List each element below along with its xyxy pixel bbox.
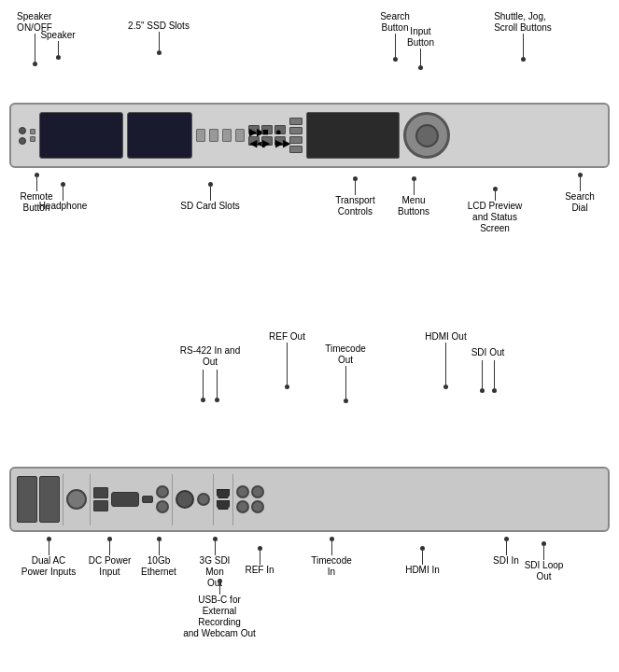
label-ref-out: REF Out <box>266 331 308 389</box>
sdi-loop-row <box>236 500 264 513</box>
label-10gb-ethernet: 10Gb Ethernet <box>135 537 182 578</box>
input-button-text: Input Button <box>407 26 434 49</box>
label-shuttle-jog: Shuttle, Jog, Scroll Buttons <box>485 11 560 62</box>
ref-out-text: REF Out <box>269 331 305 343</box>
label-timecode-in: Timecode In <box>308 537 355 578</box>
label-sdi-out: SDI Out <box>467 347 509 393</box>
transport-controls-panel: ▶▶ ■ ● ◀◀ ▶ ▶▶ <box>248 125 286 146</box>
speaker-text: Speaker <box>40 30 75 41</box>
hdmi-out-port[interactable] <box>217 500 230 510</box>
ethernet-port-2[interactable] <box>93 500 108 511</box>
front-btn-2[interactable] <box>30 136 35 142</box>
jog-wheel[interactable] <box>403 112 450 159</box>
label-ssd: 2.5" SSD Slots <box>121 21 196 55</box>
sdi-in-port-1[interactable] <box>236 485 249 498</box>
ethernet-section <box>93 487 108 511</box>
ethernet-port[interactable] <box>93 487 108 498</box>
speaker-knob <box>19 137 26 145</box>
menu-buttons-text: Menu Buttons <box>398 195 429 217</box>
sdi-mon-port[interactable] <box>156 485 169 498</box>
dc-power-connector[interactable] <box>66 489 87 510</box>
label-transport-controls: Transport Controls <box>330 176 381 217</box>
sdi-in-port-2[interactable] <box>251 485 264 498</box>
sdi-loop-port-2[interactable] <box>251 500 264 513</box>
tc-btn-2[interactable]: ■ <box>261 125 273 134</box>
timecode-in-xlr[interactable] <box>176 490 194 509</box>
tc-btn-4[interactable]: ◀◀ <box>248 136 260 146</box>
sdi-in-text: SDI In <box>493 555 519 567</box>
dc-power-section <box>66 489 87 510</box>
ac-power-section <box>17 476 60 523</box>
divider-4 <box>213 474 214 525</box>
usbc-section <box>142 496 153 503</box>
sd-slot-2[interactable] <box>209 129 218 142</box>
tc-btn-1[interactable]: ▶▶ <box>248 125 260 134</box>
tc-btn-5[interactable]: ▶ <box>261 136 273 146</box>
timecode-out-section <box>197 493 210 506</box>
divider-5 <box>232 474 233 525</box>
menu-btn-2[interactable] <box>289 127 302 134</box>
label-input-button: Input Button <box>400 26 442 70</box>
front-section: Speaker ON/OFF Speaker 2.5" SSD Slots Se… <box>0 0 619 317</box>
front-panel-device: ▶▶ ■ ● ◀◀ ▶ ▶▶ <box>9 103 610 168</box>
label-usbc: USB-C for External Recording and Webcam … <box>182 579 257 639</box>
headphone-text: Headphone <box>39 201 88 212</box>
power-inlet-1[interactable] <box>17 476 37 523</box>
label-rs422: RS-422 In and Out <box>173 345 247 402</box>
ref-in-text: REF In <box>245 565 274 576</box>
label-menu-buttons: Menu Buttons <box>390 176 437 217</box>
label-dual-ac: Dual AC Power Inputs <box>21 537 77 578</box>
sd-slot-3[interactable] <box>222 129 232 142</box>
menu-btn-3[interactable] <box>289 136 302 144</box>
ethernet-text: 10Gb Ethernet <box>141 555 176 578</box>
timecode-in-section <box>176 490 194 509</box>
jog-wheel-inner <box>415 124 439 147</box>
dc-power-text: DC Power Input <box>89 555 132 578</box>
power-inlet-2[interactable] <box>39 476 60 523</box>
divider-2 <box>90 474 91 525</box>
usbc-port[interactable] <box>142 496 153 503</box>
label-timecode-out: Timecode Out <box>322 343 369 403</box>
tc-btn-3[interactable]: ● <box>274 125 286 134</box>
shuttle-jog-text: Shuttle, Jog, Scroll Buttons <box>494 11 552 34</box>
dual-ac-text: Dual AC Power Inputs <box>21 555 76 578</box>
hdmi-in-text: HDMI In <box>405 565 440 576</box>
sdi-in-section <box>236 485 264 513</box>
hdmi-in-port[interactable] <box>217 489 230 498</box>
usbc-text: USB-C for External Recording and Webcam … <box>182 595 257 639</box>
timecode-in-text: Timecode In <box>311 555 352 578</box>
ref-in-port[interactable] <box>156 500 169 513</box>
menu-btn-4[interactable] <box>289 146 302 153</box>
label-sdi-loop: SDI Loop Out <box>518 541 570 582</box>
divider-3 <box>172 474 173 525</box>
sdi-loop-text: SDI Loop Out <box>525 560 564 582</box>
ssd-display-right <box>127 112 192 159</box>
power-led <box>19 127 26 134</box>
ssd-text: 2.5" SSD Slots <box>128 21 190 32</box>
rs422-connector[interactable] <box>111 492 139 507</box>
search-dial-text: Search Dial <box>565 191 595 214</box>
menu-btn-1[interactable] <box>289 118 302 125</box>
back-panel-device <box>9 467 610 532</box>
label-ref-in: REF In <box>241 546 278 576</box>
lcd-preview-panel <box>306 112 400 159</box>
tc-btn-6[interactable]: ▶▶ <box>274 136 286 146</box>
sd-slot-1[interactable] <box>196 129 205 142</box>
sdi-ports-row <box>236 485 264 498</box>
hdmi-in-section <box>217 489 230 510</box>
timecode-out-port[interactable] <box>197 493 210 506</box>
sdi-loop-port-1[interactable] <box>236 500 249 513</box>
divider-1 <box>63 474 63 525</box>
label-search-dial: Search Dial <box>556 173 603 214</box>
front-btn-1[interactable] <box>30 129 35 134</box>
sd-slot-4[interactable] <box>235 129 245 142</box>
label-sd-card: SD Card Slots <box>177 182 243 212</box>
sdi-out-text: SDI Out <box>471 347 505 358</box>
ssd-display-left <box>39 112 123 159</box>
rs422-text: RS-422 In and Out <box>173 345 247 368</box>
label-dc-power: DC Power Input <box>84 537 135 578</box>
sd-card-text: SD Card Slots <box>180 201 239 212</box>
label-hdmi-out: HDMI Out <box>420 331 471 389</box>
label-speaker: Speaker <box>39 30 77 60</box>
rs422-section <box>111 492 139 507</box>
